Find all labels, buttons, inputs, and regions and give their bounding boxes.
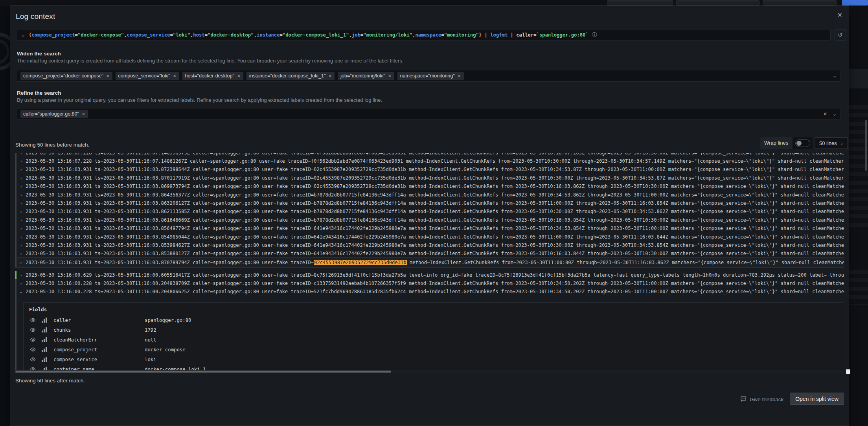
remove-chip-icon[interactable]: ✕ bbox=[173, 73, 177, 78]
row-expand-icon[interactable]: › bbox=[19, 167, 23, 172]
field-row: caller spanlogger.go:80 bbox=[24, 315, 844, 325]
log-row[interactable]: › 2023-05-30 13:16:03.931 ts=2023-05-30T… bbox=[15, 191, 844, 199]
label-filter-chip[interactable]: namespace="monitoring" ✕ bbox=[397, 72, 464, 80]
log-row[interactable]: › 2023-05-30 13:16:03.931 ts=2023-05-30T… bbox=[15, 207, 844, 216]
remove-chip-icon[interactable]: ✕ bbox=[458, 73, 461, 78]
log-row[interactable]: › 2023-05-30 13:16:00.228 ts=2023-05-30T… bbox=[15, 279, 844, 287]
query-segment: = bbox=[205, 32, 208, 38]
wrap-lines-toggle[interactable] bbox=[793, 137, 813, 149]
label-filter-chip[interactable]: host="docker-desktop" ✕ bbox=[182, 72, 243, 80]
row-expand-icon[interactable]: › bbox=[19, 243, 23, 248]
log-line-text: 2023-05-30 13:16:03.931 ts=2023-05-30T11… bbox=[26, 251, 844, 256]
log-row[interactable]: › 2023-05-30 13:16:03.931 ts=2023-05-30T… bbox=[15, 182, 844, 191]
stats-icon[interactable] bbox=[42, 357, 53, 362]
label-filter-chip[interactable]: compose_service="loki" ✕ bbox=[116, 72, 179, 80]
log-row[interactable]: › 2023-05-30 13:16:07.228 ts=2023-05-30T… bbox=[15, 157, 844, 165]
chevron-down-icon[interactable]: ⌄ bbox=[833, 111, 837, 117]
query-segment: "docker-desktop" bbox=[208, 32, 254, 38]
row-expand-icon[interactable]: › bbox=[19, 193, 23, 197]
log-row[interactable]: › 2023-05-30 13:16:03.931 ts=2023-05-30T… bbox=[15, 199, 844, 207]
eye-icon[interactable] bbox=[30, 337, 42, 343]
log-row[interactable]: › 2023-05-30 13:16:00.629 ts=2023-05-30T… bbox=[15, 271, 844, 279]
refine-label-select[interactable]: ✕ ⌄ caller="spanlogger.go:80" ✕ bbox=[17, 108, 841, 120]
remove-chip-icon[interactable]: ✕ bbox=[106, 73, 110, 78]
query-preview[interactable]: ⌄ {compose_project="docker-compose",comp… bbox=[17, 29, 831, 40]
query-segment: host bbox=[193, 32, 204, 38]
label-filter-chip[interactable]: compose_project="docker-compose" ✕ bbox=[20, 72, 112, 80]
scrollbar-thumb[interactable] bbox=[15, 371, 391, 373]
toggle-knob bbox=[796, 141, 802, 146]
refine-heading: Refine the search bbox=[17, 90, 61, 96]
clear-select-icon[interactable]: ✕ bbox=[823, 111, 827, 117]
close-icon[interactable]: ✕ bbox=[837, 12, 842, 18]
comment-icon bbox=[740, 396, 747, 403]
log-line-text: 2023-05-30 13:16:07.228 ts=2023-05-30T11… bbox=[26, 153, 844, 156]
field-name: compose_project bbox=[53, 347, 145, 353]
log-row[interactable]: › 2023-05-30 13:16:03.931 ts=2023-05-30T… bbox=[15, 241, 844, 249]
remove-chip-icon[interactable]: ✕ bbox=[388, 73, 392, 78]
matched-log-row[interactable]: › 2023-05-30 13:16:03.931 ts=2023-05-30T… bbox=[15, 257, 844, 268]
resize-handle[interactable] bbox=[846, 369, 850, 374]
background-scrollbar bbox=[865, 120, 867, 171]
log-row[interactable]: › 2023-05-30 13:16:03.931 ts=2023-05-30T… bbox=[15, 216, 844, 224]
row-expand-icon[interactable]: › bbox=[19, 273, 23, 277]
query-segment: "docker-compose_loki_1" bbox=[283, 32, 349, 38]
eye-icon[interactable] bbox=[30, 347, 42, 353]
remove-chip-icon[interactable]: ✕ bbox=[237, 73, 241, 78]
log-row[interactable]: › 2023-05-30 13:16:03.931 ts=2023-05-30T… bbox=[15, 233, 844, 241]
stats-icon[interactable] bbox=[42, 318, 53, 323]
log-line-text: 2023-05-30 13:16:07.228 ts=2023-05-30T11… bbox=[26, 158, 844, 164]
log-row[interactable]: › 2023-05-30 13:16:03.931 ts=2023-05-30T… bbox=[15, 165, 844, 174]
log-line-text: 2023-05-30 13:16:03.931 ts=2023-05-30T11… bbox=[26, 175, 844, 181]
give-feedback-button[interactable]: Give feedback bbox=[740, 396, 783, 403]
eye-icon[interactable] bbox=[30, 327, 42, 333]
chevron-down-icon: ⌄ bbox=[840, 141, 844, 146]
query-segment: | bbox=[482, 32, 490, 38]
row-expand-icon[interactable]: › bbox=[19, 159, 23, 163]
query-segment: "monitoring/loki" bbox=[363, 32, 412, 38]
lines-count-select[interactable]: 50 lines ⌄ bbox=[815, 137, 848, 149]
toggle-track[interactable] bbox=[795, 140, 810, 147]
open-split-view-button[interactable]: Open in split view bbox=[790, 393, 844, 405]
revert-query-button[interactable]: ↺ bbox=[835, 29, 846, 40]
row-expand-icon[interactable]: › bbox=[19, 184, 23, 189]
remove-chip-icon[interactable]: ✕ bbox=[82, 112, 85, 116]
log-row[interactable]: › 2023-05-30 13:16:03.931 ts=2023-05-30T… bbox=[15, 224, 844, 233]
stats-icon[interactable] bbox=[42, 337, 53, 342]
query-segment: compose_project bbox=[31, 32, 75, 38]
row-expand-icon[interactable]: › bbox=[19, 218, 23, 222]
horizontal-scrollbar[interactable] bbox=[15, 370, 844, 373]
row-expand-icon[interactable]: › bbox=[19, 176, 23, 180]
eye-icon[interactable] bbox=[30, 356, 42, 362]
row-expand-icon[interactable]: › bbox=[19, 251, 23, 256]
row-expand-icon[interactable]: ⌄ bbox=[19, 289, 23, 294]
field-row: compose_service loki bbox=[24, 354, 844, 364]
label-filter-chip[interactable]: instance="docker-compose_loki_1" ✕ bbox=[246, 72, 335, 80]
chevron-down-icon[interactable]: ⌄ bbox=[21, 33, 25, 37]
widen-label-select[interactable]: ⌄ compose_project="docker-compose" ✕ com… bbox=[17, 70, 841, 82]
label-filter-chip[interactable]: job="monitoring/loki" ✕ bbox=[338, 72, 394, 80]
field-value: loki bbox=[145, 357, 844, 362]
log-context-scroll[interactable]: › 2023-05-30 13:16:07.228 ts=2023-05-30T… bbox=[15, 153, 844, 374]
log-row[interactable]: › 2023-05-30 13:16:03.931 ts=2023-05-30T… bbox=[15, 250, 844, 258]
row-expand-icon[interactable]: › bbox=[19, 201, 23, 206]
eye-icon[interactable] bbox=[30, 317, 42, 323]
remove-chip-icon[interactable]: ✕ bbox=[328, 73, 332, 78]
field-row: compose_project docker-compose bbox=[24, 345, 844, 354]
query-segment: job bbox=[352, 32, 360, 38]
label-filter-chip[interactable]: caller="spanlogger.go:80" ✕ bbox=[20, 110, 88, 118]
row-expand-icon[interactable]: › bbox=[19, 153, 23, 155]
stats-icon[interactable] bbox=[42, 327, 53, 332]
row-expand-icon[interactable]: › bbox=[19, 235, 23, 239]
row-expand-icon[interactable]: › bbox=[19, 226, 23, 231]
row-expand-icon[interactable]: › bbox=[19, 281, 23, 286]
row-expand-icon[interactable]: › bbox=[19, 209, 23, 214]
row-expand-icon[interactable]: › bbox=[19, 260, 23, 265]
log-row[interactable]: ⌄ 2023-05-30 13:16:00.228 ts=2023-05-30T… bbox=[15, 288, 844, 296]
query-segment: instance bbox=[257, 32, 280, 38]
chevron-down-icon[interactable]: ⌄ bbox=[833, 73, 837, 79]
log-row[interactable]: › 2023-05-30 13:16:03.931 ts=2023-05-30T… bbox=[15, 174, 844, 182]
stats-icon[interactable] bbox=[42, 347, 53, 352]
chip-label: instance="docker-compose_loki_1" bbox=[249, 73, 326, 79]
log-row[interactable]: › 2023-05-30 13:16:07.228 ts=2023-05-30T… bbox=[15, 153, 844, 157]
